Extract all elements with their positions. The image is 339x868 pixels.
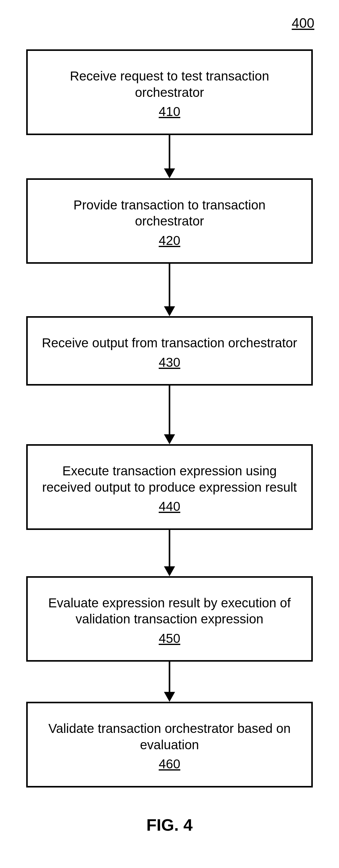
- step-ref: 420: [40, 232, 299, 249]
- step-label: Evaluate expression result by execution …: [40, 595, 299, 627]
- svg-marker-3: [164, 306, 175, 316]
- step-label: Validate transaction orchestrator based …: [40, 720, 299, 753]
- flow-step-410: Receive request to test transaction orch…: [26, 49, 313, 135]
- step-label: Provide transaction to transaction orche…: [40, 197, 299, 229]
- step-ref: 410: [40, 104, 299, 120]
- figure-id-label: 400: [292, 16, 314, 31]
- figure-caption: FIG. 4: [19, 815, 320, 834]
- flow-step-440: Execute transaction expression using rec…: [26, 444, 313, 530]
- step-label: Execute transaction expression using rec…: [40, 463, 299, 495]
- arrow-icon: [160, 385, 179, 444]
- step-label: Receive request to test transaction orch…: [40, 68, 299, 100]
- arrow-icon: [160, 135, 179, 178]
- flow-step-450: Evaluate expression result by execution …: [26, 576, 313, 662]
- svg-marker-9: [164, 692, 175, 702]
- arrow-icon: [160, 264, 179, 316]
- page: 400 Receive request to test transaction …: [0, 0, 339, 868]
- flow-step-420: Provide transaction to transaction orche…: [26, 178, 313, 264]
- step-ref: 460: [40, 756, 299, 772]
- step-ref: 430: [40, 354, 299, 371]
- flow-step-460: Validate transaction orchestrator based …: [26, 702, 313, 787]
- svg-marker-1: [164, 168, 175, 178]
- flowchart: Receive request to test transaction orch…: [19, 49, 320, 787]
- step-label: Receive output from transaction orchestr…: [40, 335, 299, 351]
- arrow-icon: [160, 662, 179, 702]
- svg-marker-7: [164, 566, 175, 576]
- flow-step-430: Receive output from transaction orchestr…: [26, 316, 313, 385]
- svg-marker-5: [164, 434, 175, 444]
- arrow-icon: [160, 530, 179, 576]
- step-ref: 440: [40, 498, 299, 515]
- step-ref: 450: [40, 630, 299, 647]
